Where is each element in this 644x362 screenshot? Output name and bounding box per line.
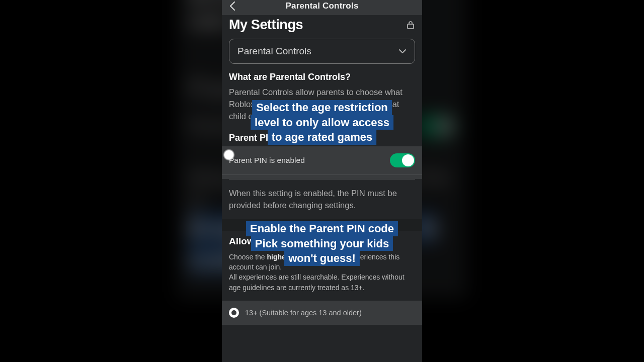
svg-rect-0 xyxy=(408,24,414,29)
parent-pin-info: When this setting is enabled, the PIN mu… xyxy=(222,186,422,219)
lock-icon[interactable] xyxy=(406,21,415,30)
parent-pin-toggle-row: Parent PIN is enabled xyxy=(222,146,422,175)
settings-panel: Parental Controls My Settings Parental C… xyxy=(222,0,422,362)
what-heading: What are Parental Controls? xyxy=(222,71,422,86)
radio-icon xyxy=(229,308,239,318)
chevron-down-icon xyxy=(398,49,407,54)
caption-parent-pin: Enable the Parent PIN code Pick somethin… xyxy=(246,221,398,266)
caption-age-restriction: Select the age restriction level to only… xyxy=(251,100,393,145)
settings-category-select[interactable]: Parental Controls xyxy=(229,39,415,64)
cursor-indicator xyxy=(223,149,235,161)
titlebar: Parental Controls xyxy=(222,0,422,15)
age-option-13plus[interactable]: 13+ (Suitable for ages 13 and older) xyxy=(222,301,422,325)
parent-pin-toggle[interactable] xyxy=(390,153,415,167)
age-option-label: 13+ (Suitable for ages 13 and older) xyxy=(245,309,362,317)
page-title: My Settings xyxy=(229,17,303,33)
titlebar-title: Parental Controls xyxy=(285,1,358,11)
back-button[interactable] xyxy=(229,1,236,14)
select-label: Parental Controls xyxy=(237,46,311,57)
parent-pin-label: Parent PIN is enabled xyxy=(229,156,305,165)
